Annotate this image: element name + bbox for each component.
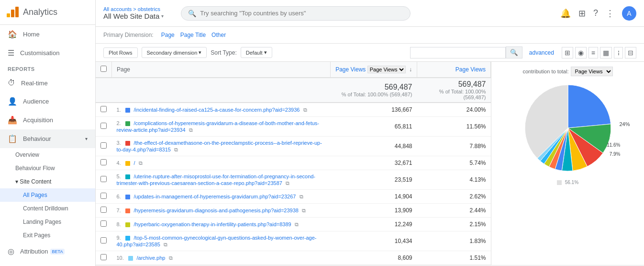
row-copy-icon-4[interactable]: ⧉ bbox=[286, 180, 289, 186]
row-num-2: 3. bbox=[117, 140, 121, 146]
sort-arrow: ↓ bbox=[409, 66, 412, 73]
contribution-label: contribution to total: bbox=[522, 69, 568, 74]
row-url-0[interactable]: /incidental-finding-of-raised-ca125-a-ca… bbox=[133, 107, 300, 113]
sort-default-button[interactable]: Default ▾ bbox=[241, 47, 272, 58]
row-copy-icon-5[interactable]: ⧉ bbox=[300, 194, 303, 199]
sidebar-item-all-pages[interactable]: All Pages bbox=[0, 188, 95, 202]
row-url-8[interactable]: /top-5-most-common-gynecological-gyn-que… bbox=[117, 235, 317, 247]
plot-rows-button[interactable]: Plot Rows bbox=[103, 47, 138, 58]
site-content-label: ▾ Site Content bbox=[15, 178, 51, 185]
pie-view-icon[interactable]: ◉ bbox=[575, 47, 587, 58]
select-all-checkbox[interactable] bbox=[100, 66, 107, 72]
list-view-icon[interactable]: ≡ bbox=[588, 47, 598, 58]
notification-icon[interactable]: 🔔 bbox=[560, 8, 571, 19]
row-copy-icon-6[interactable]: ⧉ bbox=[302, 208, 306, 213]
totals-sub-2: % of Total: 100.00% (569,487) bbox=[422, 89, 486, 100]
metric-select[interactable]: Page Views bbox=[367, 66, 406, 73]
row-percent-6: 2.44% bbox=[417, 204, 491, 218]
row-url-3[interactable]: / bbox=[133, 160, 135, 166]
row-percent-3: 5.74% bbox=[417, 156, 491, 170]
sidebar-item-acquisition[interactable]: 📥 Acquisition bbox=[0, 111, 95, 129]
row-check-1[interactable] bbox=[100, 123, 107, 129]
breadcrumb: All accounts > obstetrics bbox=[103, 6, 164, 12]
site-dropdown-arrow[interactable]: ▾ bbox=[161, 13, 164, 19]
row-percent-0: 24.00% bbox=[417, 103, 491, 117]
app-name: Analytics bbox=[23, 7, 57, 17]
row-check-4[interactable] bbox=[100, 176, 107, 182]
legend-other-label: 56.1% bbox=[565, 180, 578, 185]
compare-view-icon[interactable]: ⊟ bbox=[625, 47, 636, 58]
row-page-2: 3. /the-effect-of-dexamethasone-on-the-p… bbox=[112, 137, 331, 156]
row-copy-icon-7[interactable]: ⧉ bbox=[295, 221, 299, 227]
row-copy-icon-3[interactable]: ⧉ bbox=[139, 160, 143, 166]
row-check-3[interactable] bbox=[100, 159, 107, 165]
row-color-dot-0 bbox=[125, 108, 130, 113]
row-checkbox-7 bbox=[96, 218, 112, 231]
row-url-7[interactable]: /hyperbaric-oxygenation-therapy-in-infer… bbox=[133, 221, 291, 227]
row-copy-icon-8[interactable]: ⧉ bbox=[164, 242, 167, 247]
dim-other-link[interactable]: Other bbox=[211, 32, 226, 38]
row-copy-icon-0[interactable]: ⧉ bbox=[303, 107, 307, 113]
toolbar: Plot Rows Secondary dimension ▾ Sort Typ… bbox=[96, 44, 644, 62]
sidebar-item-content-drilldown[interactable]: Content Drilldown bbox=[0, 202, 95, 215]
sidebar-item-overview[interactable]: Overview bbox=[0, 148, 95, 162]
sparkline-view-icon[interactable]: ⫶ bbox=[614, 47, 623, 58]
row-check-7[interactable] bbox=[100, 220, 107, 227]
sidebar-item-landing-pages[interactable]: Landing Pages bbox=[0, 215, 95, 229]
row-url-6[interactable]: /hyperemesis-gravidarum-diagnosis-and-pa… bbox=[133, 208, 299, 213]
table-search-input[interactable] bbox=[410, 47, 506, 58]
sidebar-item-exit-pages[interactable]: Exit Pages bbox=[0, 229, 95, 242]
row-url-2[interactable]: /the-effect-of-dexamethasone-on-the-pree… bbox=[117, 140, 322, 152]
table-search-button[interactable]: 🔍 bbox=[506, 46, 522, 58]
sidebar-item-behaviour-flow[interactable]: Behaviour Flow bbox=[0, 162, 95, 175]
row-url-5[interactable]: /updates-in-management-of-hyperemesis-gr… bbox=[133, 194, 296, 199]
row-color-dot-8 bbox=[125, 236, 130, 241]
toolbar-search: 🔍 bbox=[410, 46, 522, 58]
sidebar-item-behaviour[interactable]: 📋 Behaviour ▾ bbox=[0, 129, 95, 148]
help-icon[interactable]: ? bbox=[593, 8, 598, 18]
row-percent-1: 11.56% bbox=[417, 117, 491, 137]
row-check-8[interactable] bbox=[100, 237, 107, 243]
row-copy-icon-2[interactable]: ⧉ bbox=[174, 147, 178, 152]
contribution-select[interactable]: Page Views bbox=[571, 67, 613, 76]
row-check-6[interactable] bbox=[100, 207, 107, 213]
behaviour-expand-icon: ▾ bbox=[85, 136, 88, 141]
reports-section-label: REPORTS bbox=[0, 62, 95, 74]
dim-page-link[interactable]: Page bbox=[161, 32, 175, 38]
row-url-1[interactable]: /complications-of-hyperemesis-gravidarum… bbox=[117, 120, 319, 133]
pie-chart-svg bbox=[520, 80, 616, 176]
row-checkbox-4 bbox=[96, 170, 112, 190]
row-url-9[interactable]: /archive.php bbox=[136, 255, 165, 261]
row-check-2[interactable] bbox=[100, 142, 107, 149]
advanced-link[interactable]: advanced bbox=[529, 49, 554, 56]
search-icon: 🔍 bbox=[188, 10, 196, 17]
dim-page-title-link[interactable]: Page Title bbox=[180, 32, 206, 38]
bar-view-icon[interactable]: ▦ bbox=[600, 47, 612, 58]
sidebar-item-realtime[interactable]: ⏱ Real-time bbox=[0, 74, 95, 92]
sidebar-item-site-content[interactable]: ▾ Site Content bbox=[0, 175, 95, 188]
chart-section: contribution to total: Page Views 24% 11… bbox=[491, 62, 644, 265]
search-bar[interactable]: 🔍 bbox=[181, 6, 411, 21]
avatar[interactable]: A bbox=[622, 6, 636, 21]
row-check-9[interactable] bbox=[100, 254, 107, 260]
row-check-0[interactable] bbox=[100, 106, 107, 112]
row-copy-icon-9[interactable]: ⧉ bbox=[169, 255, 173, 261]
row-page-views-3: 32,671 bbox=[331, 156, 417, 170]
apps-icon[interactable]: ⊞ bbox=[578, 8, 586, 19]
row-page-views-5: 14,904 bbox=[331, 190, 417, 204]
row-percent-8: 1.83% bbox=[417, 231, 491, 251]
grid-view-icon[interactable]: ⊞ bbox=[562, 47, 573, 58]
row-copy-icon-1[interactable]: ⧉ bbox=[189, 127, 193, 133]
sidebar-item-attribution[interactable]: ◎ Attribution BETA bbox=[0, 242, 95, 261]
sort-default-arrow: ▾ bbox=[264, 49, 267, 56]
sidebar-item-discover[interactable]: ◇ Discover bbox=[0, 261, 95, 266]
search-input[interactable] bbox=[200, 10, 403, 17]
row-color-dot-7 bbox=[125, 222, 130, 227]
sidebar-item-customisation[interactable]: ☰ Customisation bbox=[0, 44, 95, 62]
sidebar-item-audience[interactable]: 👤 Audience bbox=[0, 92, 95, 111]
secondary-dim-button[interactable]: Secondary dimension ▾ bbox=[142, 47, 207, 58]
row-check-5[interactable] bbox=[100, 193, 107, 199]
sidebar-item-home[interactable]: 🏠 Home bbox=[0, 25, 95, 44]
th-page-views-metric[interactable]: Page Views Page Views ↓ bbox=[331, 62, 417, 78]
more-icon[interactable]: ⋮ bbox=[606, 8, 614, 19]
